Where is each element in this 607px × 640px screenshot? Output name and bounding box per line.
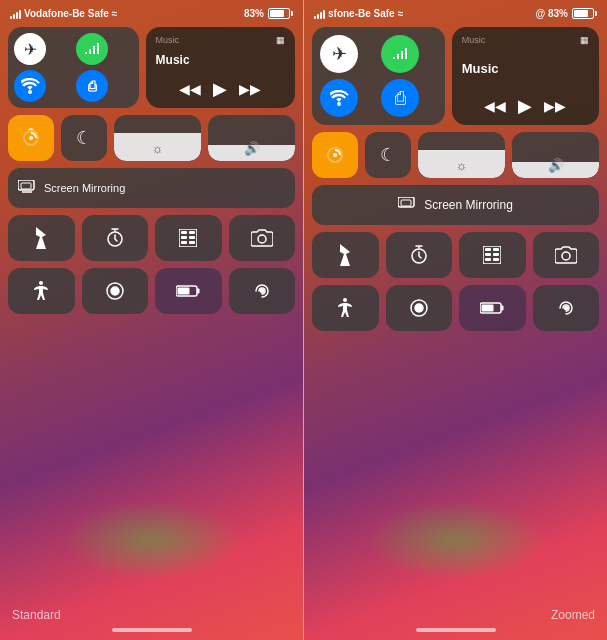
screen-mirroring-label: Screen Mirroring bbox=[44, 182, 125, 194]
svg-rect-29 bbox=[493, 258, 499, 261]
volume-icon: 🔊 bbox=[244, 141, 260, 156]
rotation-lock-btn[interactable] bbox=[8, 115, 54, 161]
airplay-btn[interactable]: ▦ bbox=[276, 35, 285, 45]
left-row1: ✈ ⎙ Music ▦ Music bbox=[8, 27, 295, 108]
right-music-subtitle: Music bbox=[462, 35, 486, 45]
signal-bar-3 bbox=[16, 12, 18, 19]
volume-slider[interactable]: 🔊 bbox=[208, 115, 295, 161]
right-wifi-btn[interactable] bbox=[320, 79, 358, 117]
right-timer-btn[interactable] bbox=[386, 232, 453, 278]
right-volume-slider[interactable]: 🔊 bbox=[512, 132, 599, 178]
right-flashlight-btn[interactable] bbox=[312, 232, 379, 278]
record-btn[interactable] bbox=[82, 268, 149, 314]
svg-point-18 bbox=[260, 290, 263, 293]
calculator-btn[interactable] bbox=[155, 215, 222, 261]
right-panel: sfone-Be Safe ≈ @ 83% ✈ bbox=[304, 0, 607, 640]
nfc-btn[interactable] bbox=[229, 268, 296, 314]
signal-bar-4 bbox=[19, 10, 21, 19]
right-row-mirror: Screen Mirroring bbox=[312, 185, 599, 225]
svg-rect-35 bbox=[482, 305, 494, 312]
right-status-bar: sfone-Be Safe ≈ @ 83% bbox=[304, 0, 607, 23]
right-icon-grid-2 bbox=[312, 285, 599, 331]
right-music-controls: ◀◀ ▶ ▶▶ bbox=[462, 95, 589, 117]
svg-rect-26 bbox=[485, 253, 491, 256]
battery-percent: 83% bbox=[244, 8, 264, 19]
left-status-right: 83% bbox=[244, 8, 293, 19]
right-accessibility-btn[interactable] bbox=[312, 285, 379, 331]
screen-mirror-icon bbox=[18, 180, 36, 197]
svg-point-37 bbox=[564, 307, 567, 310]
right-signal-bar-3 bbox=[320, 12, 322, 19]
brightness-icon: ☼ bbox=[152, 141, 164, 156]
right-screen-mirror-icon bbox=[398, 197, 416, 214]
svg-point-0 bbox=[29, 136, 33, 140]
right-battery-tip bbox=[595, 11, 597, 16]
svg-point-19 bbox=[333, 153, 337, 157]
right-play-btn[interactable]: ▶ bbox=[518, 95, 532, 117]
svg-rect-9 bbox=[181, 241, 187, 244]
right-rotation-lock-btn[interactable] bbox=[312, 132, 358, 178]
right-bg-blob bbox=[366, 500, 546, 580]
svg-point-31 bbox=[343, 298, 347, 302]
right-status-right: @ 83% bbox=[535, 8, 597, 19]
svg-rect-36 bbox=[501, 306, 504, 311]
music-title: Music bbox=[156, 53, 285, 67]
right-connectivity-block: ✈ ⎙ bbox=[312, 27, 445, 125]
flashlight-btn[interactable] bbox=[8, 215, 75, 261]
right-carrier-name: sfone-Be Safe bbox=[328, 8, 395, 19]
right-bluetooth-btn[interactable]: ⎙ bbox=[381, 79, 419, 117]
svg-rect-5 bbox=[181, 231, 187, 234]
play-btn[interactable]: ▶ bbox=[213, 78, 227, 100]
right-record-btn[interactable] bbox=[386, 285, 453, 331]
right-battery-percent: @ 83% bbox=[535, 8, 568, 19]
right-battery-indicator bbox=[572, 8, 597, 19]
timer-btn[interactable] bbox=[82, 215, 149, 261]
sliders-area: ☼ 🔊 bbox=[114, 115, 295, 161]
right-airplay-btn[interactable]: ▦ bbox=[580, 35, 589, 45]
cellular-btn[interactable] bbox=[76, 33, 108, 65]
right-signal-bar-1 bbox=[314, 16, 316, 19]
screen-mirroring-btn[interactable]: Screen Mirroring bbox=[8, 168, 295, 208]
svg-rect-24 bbox=[485, 248, 491, 251]
music-controls: ◀◀ ▶ ▶▶ bbox=[156, 78, 285, 100]
right-prev-btn[interactable]: ◀◀ bbox=[484, 98, 506, 114]
right-calculator-btn[interactable] bbox=[459, 232, 526, 278]
right-nfc-btn[interactable] bbox=[533, 285, 600, 331]
battery-body bbox=[268, 8, 290, 19]
prev-btn[interactable]: ◀◀ bbox=[179, 81, 201, 97]
right-battery-fill bbox=[574, 10, 588, 17]
right-next-btn[interactable]: ▶▶ bbox=[544, 98, 566, 114]
right-low-power-btn[interactable] bbox=[459, 285, 526, 331]
right-airplane-mode-btn[interactable]: ✈ bbox=[320, 35, 358, 73]
right-cellular-btn[interactable] bbox=[381, 35, 419, 73]
right-brightness-slider[interactable]: ☼ bbox=[418, 132, 505, 178]
svg-rect-10 bbox=[189, 241, 195, 244]
right-camera-btn[interactable] bbox=[533, 232, 600, 278]
right-screen-mirroring-btn[interactable]: Screen Mirroring bbox=[312, 185, 599, 225]
camera-btn[interactable] bbox=[229, 215, 296, 261]
signal-bar-2 bbox=[13, 14, 15, 19]
airplane-mode-btn[interactable]: ✈ bbox=[14, 33, 46, 65]
right-wifi-icon: ≈ bbox=[398, 8, 404, 19]
accessibility-btn[interactable] bbox=[8, 268, 75, 314]
right-do-not-disturb-btn[interactable]: ☾ bbox=[365, 132, 411, 178]
right-brightness-icon: ☼ bbox=[456, 158, 468, 173]
svg-rect-6 bbox=[189, 231, 195, 234]
wifi-btn[interactable] bbox=[14, 70, 46, 102]
low-power-btn[interactable] bbox=[155, 268, 222, 314]
do-not-disturb-btn[interactable]: ☾ bbox=[61, 115, 107, 161]
carrier-name: Vodafone-Be Safe bbox=[24, 8, 109, 19]
battery-tip bbox=[291, 11, 293, 16]
next-btn[interactable]: ▶▶ bbox=[239, 81, 261, 97]
battery-indicator bbox=[268, 8, 293, 19]
bluetooth-btn[interactable]: ⎙ bbox=[76, 70, 108, 102]
svg-point-30 bbox=[562, 252, 570, 260]
right-volume-icon: 🔊 bbox=[548, 158, 564, 173]
right-music-title: Music bbox=[462, 61, 589, 76]
svg-rect-25 bbox=[493, 248, 499, 251]
right-sliders-area: ☼ 🔊 bbox=[418, 132, 599, 178]
left-bg-blob bbox=[62, 500, 242, 580]
right-signal-bar-4 bbox=[323, 10, 325, 19]
svg-point-33 bbox=[415, 304, 423, 312]
brightness-slider[interactable]: ☼ bbox=[114, 115, 201, 161]
